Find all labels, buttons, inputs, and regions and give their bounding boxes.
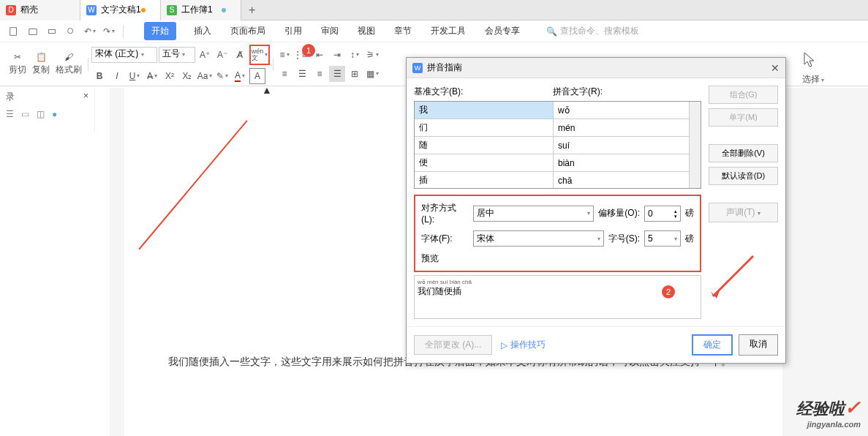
close-icon[interactable]: ✕ — [771, 62, 780, 74]
menu-chapter[interactable]: 章节 — [393, 22, 413, 40]
bullet-list-icon[interactable]: ≡▾ — [276, 47, 293, 63]
sort-icon[interactable]: ⚞▾ — [364, 47, 380, 63]
nav-icon[interactable]: ● — [52, 109, 57, 119]
base-char-cell[interactable]: 我 — [415, 102, 554, 119]
base-char-cell[interactable]: 便 — [415, 154, 554, 171]
close-icon[interactable]: × — [83, 91, 88, 103]
nav-icon[interactable]: ▭ — [21, 109, 29, 119]
align-left-icon[interactable]: ≡ — [276, 66, 293, 82]
align-select[interactable]: 居中▾ — [473, 206, 594, 222]
single-button[interactable]: 单字(M) — [709, 108, 778, 127]
nav-icon[interactable]: ☰ — [6, 109, 14, 119]
menu-review[interactable]: 审阅 — [320, 22, 340, 40]
font-label: 字体(F): — [421, 233, 469, 245]
base-char-cell[interactable]: 们 — [415, 119, 554, 136]
default-reading-button[interactable]: 默认读音(D) — [709, 167, 778, 185]
tone-button[interactable]: 声调(T) ▾ — [709, 203, 778, 222]
scrollbar[interactable] — [689, 102, 701, 188]
preview-icon[interactable] — [63, 23, 79, 40]
font-select[interactable]: 宋体▾ — [473, 230, 604, 247]
fontsize-input[interactable]: 5▾ — [644, 230, 681, 247]
ok-button[interactable]: 确定 — [692, 334, 733, 356]
ruby-cell[interactable]: mén — [554, 119, 701, 136]
font-color-icon[interactable]: A▾ — [232, 68, 248, 84]
combine-button[interactable]: 组合(G) — [709, 86, 778, 104]
app-icon: D — [6, 5, 16, 15]
ruby-cell[interactable]: biàn — [554, 154, 701, 171]
ruby-text-label: 拼音文字(R): — [553, 86, 603, 98]
superscript-button[interactable]: X² — [162, 68, 178, 84]
preview-label: 预览 — [421, 252, 694, 265]
char-border-icon[interactable]: A — [249, 68, 265, 84]
svg-rect-1 — [49, 29, 56, 33]
offset-input[interactable]: 0▴▾ — [644, 206, 681, 222]
base-char-cell[interactable]: 插 — [415, 172, 554, 189]
ruby-cell[interactable]: wǒ — [554, 102, 701, 119]
subscript-button[interactable]: X₂ — [179, 68, 195, 84]
menu-start[interactable]: 开始 — [144, 22, 176, 40]
add-tab-button[interactable]: + — [241, 4, 263, 17]
bold-button[interactable]: B — [91, 68, 107, 84]
cut-icon[interactable]: ✂ — [14, 52, 21, 62]
tab-doc[interactable]: W 文字文稿1 — [80, 0, 161, 20]
decrease-font-icon[interactable]: A⁻ — [214, 47, 230, 63]
menu-view[interactable]: 视图 — [356, 22, 377, 40]
brush-icon[interactable]: 🖌 — [64, 52, 73, 62]
print-icon[interactable] — [44, 23, 60, 40]
menu-insert[interactable]: 插入 — [192, 22, 213, 40]
italic-button[interactable]: I — [109, 68, 125, 84]
menu-layout[interactable]: 页面布局 — [229, 22, 267, 40]
tips-link[interactable]: ▷操作技巧 — [501, 339, 546, 351]
redo-icon[interactable]: ↷▾ — [101, 23, 117, 40]
font-select[interactable]: 宋体 (正文) ▾ — [91, 47, 157, 63]
line-spacing-icon[interactable]: ↕▾ — [347, 47, 363, 63]
svg-point-2 — [68, 28, 73, 33]
new-icon[interactable] — [6, 23, 22, 40]
word-icon: W — [412, 63, 423, 73]
ruby-cell[interactable]: chā — [554, 172, 701, 189]
change-all-button[interactable]: 全部更改 (A)... — [414, 335, 492, 355]
tab-label: 稻壳 — [20, 4, 38, 16]
open-icon[interactable] — [25, 23, 41, 40]
menu-member[interactable]: 会员专享 — [483, 22, 521, 40]
align-justify-icon[interactable]: ☰ — [329, 66, 345, 82]
preview-box: wǒ mén suí biàn chā 我们随便插 — [414, 275, 701, 319]
shading-icon[interactable]: ▦▾ — [364, 66, 380, 82]
unit-label: 磅 — [685, 207, 694, 219]
underline-button[interactable]: U▾ — [127, 68, 143, 84]
clear-all-button[interactable]: 全部删除(V) — [709, 144, 778, 162]
paste-icon[interactable]: 📋 — [36, 52, 47, 62]
menu-ref[interactable]: 引用 — [283, 22, 303, 40]
clear-format-icon[interactable]: A̸ — [232, 47, 248, 63]
ruby-cell[interactable]: suí — [554, 137, 701, 154]
select-label[interactable]: 选择▾ — [802, 73, 824, 86]
cancel-button[interactable]: 取消 — [739, 334, 778, 356]
watermark: 经验啦✓ jingyanla.com — [796, 396, 861, 429]
offset-label: 偏移量(O): — [598, 207, 640, 219]
phonetic-guide-button[interactable]: wén文▾ — [252, 47, 268, 63]
change-case-icon[interactable]: Aa▾ — [197, 68, 213, 84]
base-char-cell[interactable]: 随 — [415, 137, 554, 154]
indent-right-icon[interactable]: ⇥ — [329, 47, 345, 63]
word-icon: W — [86, 5, 97, 15]
highlight-color-icon[interactable]: ✎▾ — [214, 68, 230, 84]
sheet-icon: S — [167, 5, 177, 15]
menu-dev[interactable]: 开发工具 — [429, 22, 467, 40]
strike-button[interactable]: A̶▾ — [144, 68, 160, 84]
modified-dot-icon — [141, 8, 146, 12]
play-icon: ▷ — [501, 340, 507, 350]
dialog-titlebar[interactable]: W 拼音指南 ✕ — [407, 58, 785, 78]
tab-home[interactable]: D 稻壳 — [0, 0, 80, 20]
size-select[interactable]: 五号 ▾ — [159, 47, 195, 63]
tab-sheet[interactable]: S 工作簿1 — [161, 0, 241, 20]
increase-font-icon[interactable]: A⁺ — [197, 47, 213, 63]
check-icon: ✓ — [845, 396, 861, 418]
fontsize-label: 字号(S): — [608, 233, 640, 245]
search-icon: 🔍 — [546, 26, 557, 37]
distribute-icon[interactable]: ⊞ — [347, 66, 363, 82]
nav-icon[interactable]: ◫ — [37, 109, 45, 119]
align-right-icon[interactable]: ≡ — [312, 66, 328, 82]
undo-icon[interactable]: ↶▾ — [82, 23, 98, 40]
align-center-icon[interactable]: ☰ — [294, 66, 310, 82]
search-input[interactable]: 🔍 查找命令、搜索模板 — [546, 25, 639, 37]
